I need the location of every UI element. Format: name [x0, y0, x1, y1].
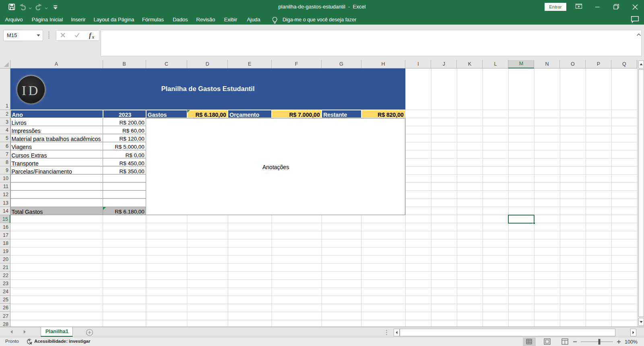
svg-text:100%: 100% — [625, 339, 638, 345]
svg-text:x: x — [92, 35, 95, 39]
svg-text:I: I — [22, 95, 26, 110]
svg-text:D: D — [28, 95, 38, 110]
